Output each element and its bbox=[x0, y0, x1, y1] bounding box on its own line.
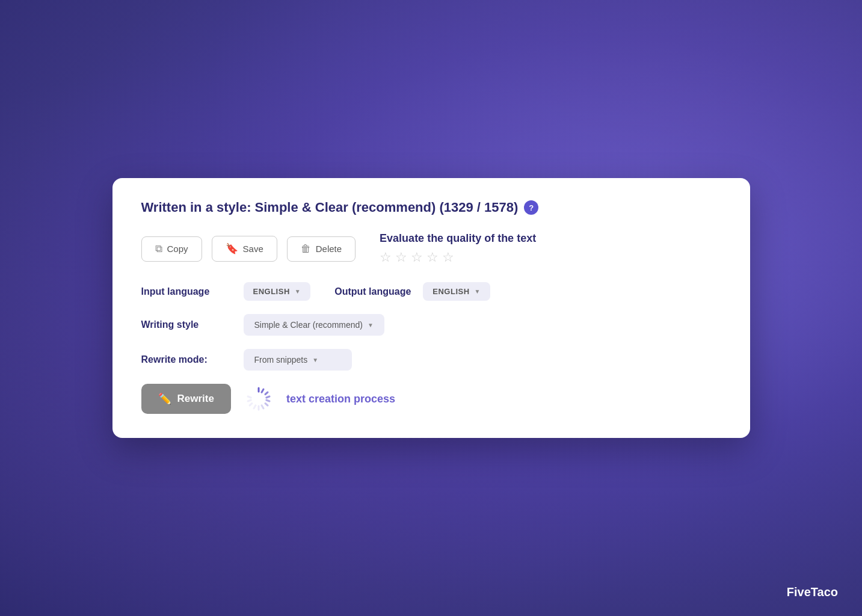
star-3[interactable]: ☆ bbox=[411, 250, 423, 265]
input-language-label: Input language bbox=[141, 286, 232, 297]
output-language-arrow: ▼ bbox=[475, 288, 481, 295]
spinner-svg bbox=[245, 386, 272, 412]
rewrite-button[interactable]: ✏️ Rewrite bbox=[141, 384, 231, 414]
svg-line-9 bbox=[250, 404, 252, 406]
svg-line-3 bbox=[266, 396, 269, 398]
star-4[interactable]: ☆ bbox=[426, 250, 439, 265]
action-row: ⧉ Copy 🔖 Save 🗑 Delete Evaluate the qual… bbox=[141, 232, 721, 265]
delete-label: Delete bbox=[316, 244, 342, 254]
writing-style-dropdown[interactable]: Simple & Clear (recommend) ▼ bbox=[244, 314, 384, 336]
card-title-text: Written in a style: Simple & Clear (reco… bbox=[141, 200, 519, 215]
rewrite-mode-value: From snippets bbox=[254, 355, 308, 365]
star-1[interactable]: ☆ bbox=[380, 250, 392, 265]
save-button[interactable]: 🔖 Save bbox=[212, 236, 277, 262]
rewrite-label: Rewrite bbox=[177, 393, 214, 405]
output-language-value: ENGLISH bbox=[433, 287, 469, 296]
input-language-dropdown[interactable]: ENGLISH ▼ bbox=[244, 282, 311, 301]
evaluate-label: Evaluate the quality of the text bbox=[380, 232, 536, 245]
svg-line-6 bbox=[262, 405, 263, 408]
input-language-value: ENGLISH bbox=[253, 287, 290, 296]
star-rating[interactable]: ☆ ☆ ☆ ☆ ☆ bbox=[380, 250, 536, 265]
writing-style-value: Simple & Clear (recommend) bbox=[254, 320, 363, 330]
writing-style-row: Writing style Simple & Clear (recommend)… bbox=[141, 314, 721, 336]
brand-logo: FiveTaco bbox=[787, 585, 838, 599]
input-language-arrow: ▼ bbox=[295, 288, 301, 295]
processing-text: text creation process bbox=[286, 393, 395, 405]
rewrite-mode-row: Rewrite mode: From snippets ▼ bbox=[141, 349, 721, 371]
evaluate-section: Evaluate the quality of the text ☆ ☆ ☆ ☆… bbox=[380, 232, 536, 265]
loading-spinner bbox=[245, 386, 272, 412]
output-language-label: Output language bbox=[334, 286, 411, 297]
rewrite-mode-dropdown[interactable]: From snippets ▼ bbox=[244, 349, 352, 371]
svg-line-10 bbox=[248, 400, 251, 401]
delete-button[interactable]: 🗑 Delete bbox=[287, 236, 356, 262]
rewrite-mode-label: Rewrite mode: bbox=[141, 354, 232, 365]
svg-line-1 bbox=[262, 389, 263, 392]
card-title: Written in a style: Simple & Clear (reco… bbox=[141, 200, 721, 215]
rewrite-row: ✏️ Rewrite bbox=[141, 384, 721, 414]
svg-line-5 bbox=[265, 404, 268, 406]
writing-style-arrow: ▼ bbox=[368, 322, 374, 328]
svg-line-8 bbox=[254, 405, 256, 408]
svg-line-4 bbox=[266, 400, 269, 401]
copy-button[interactable]: ⧉ Copy bbox=[141, 236, 202, 262]
rewrite-icon: ✏️ bbox=[158, 392, 171, 405]
delete-icon: 🗑 bbox=[301, 243, 311, 255]
star-5[interactable]: ☆ bbox=[442, 250, 454, 265]
help-icon[interactable]: ? bbox=[524, 200, 538, 215]
svg-line-2 bbox=[265, 392, 268, 395]
copy-label: Copy bbox=[167, 244, 188, 254]
main-card: Written in a style: Simple & Clear (reco… bbox=[112, 178, 750, 438]
copy-icon: ⧉ bbox=[155, 243, 162, 255]
star-2[interactable]: ☆ bbox=[395, 250, 407, 265]
rewrite-mode-arrow: ▼ bbox=[312, 357, 318, 363]
output-language-dropdown[interactable]: ENGLISH ▼ bbox=[423, 282, 490, 301]
writing-style-label: Writing style bbox=[141, 319, 232, 330]
svg-line-11 bbox=[248, 396, 251, 398]
save-label: Save bbox=[243, 244, 263, 254]
language-row: Input language ENGLISH ▼ Output language… bbox=[141, 282, 721, 301]
save-icon: 🔖 bbox=[226, 242, 238, 255]
